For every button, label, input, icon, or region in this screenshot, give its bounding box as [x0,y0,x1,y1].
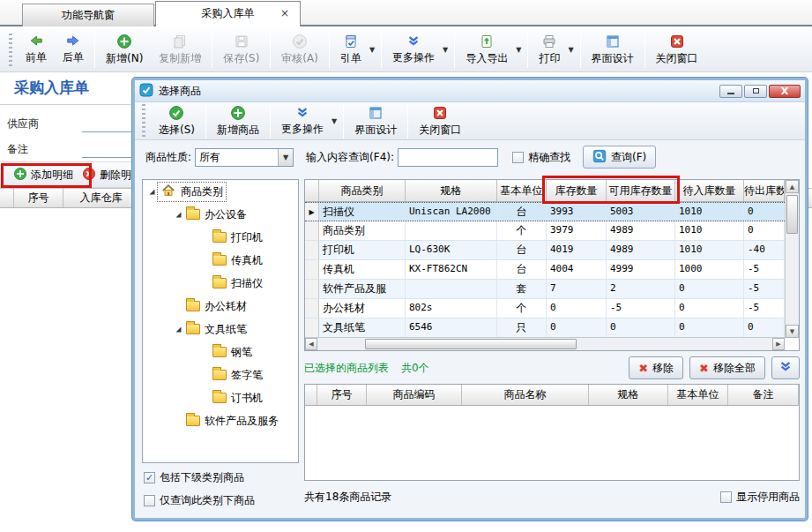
toolbar-button-选择(S)[interactable]: 选择(S) [151,101,203,140]
chevron-down-icon[interactable]: ▼ [278,149,293,166]
tab-purchase-inbound[interactable]: 采购入库单 × [155,1,301,26]
tree-spacer [199,370,210,380]
tree-item-label: 文具纸笔 [205,322,247,337]
supplier-input[interactable] [82,131,132,132]
tree-item-办公耗材[interactable]: 办公耗材 [143,295,298,318]
only-this-checkbox[interactable] [144,495,155,506]
tree-expander-icon[interactable] [173,324,183,334]
dropdown-arrow-icon[interactable]: ▼ [568,46,573,54]
exact-match-option[interactable]: 精确查找 [512,150,570,165]
search-input[interactable] [398,148,498,167]
product-col-待入库数量[interactable]: 待入库数量 [675,180,744,201]
selected-col-基本单位[interactable]: 基本单位 [668,385,728,405]
dialog-titlebar[interactable]: 选择商品 X [135,80,805,102]
selected-col-商品名称[interactable]: 商品名称 [462,385,589,405]
product-row-软件产品及服[interactable]: 软件产品及服套720-5 [305,280,799,299]
minimize-button[interactable] [719,85,742,98]
scroll-down-icon[interactable]: ▼ [786,325,799,338]
tree-item-传真机[interactable]: 传真机 [143,249,298,272]
product-col-商品类别[interactable]: 商品类别 [319,180,406,201]
tree-expander-icon[interactable] [173,209,183,220]
toolbar-button-打印[interactable]: 打印 [531,31,568,70]
show-disabled-option[interactable]: 显示停用商品 [720,490,800,505]
toolbar-button-关闭窗口[interactable]: 关闭窗口 [648,31,706,70]
show-disabled-checkbox[interactable] [720,491,732,503]
toolbar-button-引单[interactable]: 引单 [332,31,369,70]
product-col-基本单位[interactable]: 基本单位 [497,180,547,201]
floppy-icon [234,34,250,49]
toolbar-button-新增商品[interactable]: 新增商品 [209,101,267,140]
vertical-scroll-thumb[interactable] [786,195,798,234]
product-row-打印机[interactable]: 打印机LQ-630K台401949891010-40 [305,241,799,260]
selected-col-备注[interactable]: 备注 [728,385,799,405]
tree-item-商品类别[interactable]: 商品类别 [143,180,298,203]
row-indicator [305,318,319,337]
toolbar-button-前单[interactable]: 前单 [18,31,55,70]
tree-expander-icon[interactable] [146,186,157,197]
remove-all-button[interactable]: ✖ 移除全部 [689,356,765,379]
product-col-库存数量[interactable]: 库存数量 [547,180,607,201]
product-row-文具纸笔[interactable]: 文具纸笔6546只0000 [305,318,799,338]
scroll-up-icon[interactable]: ▲ [786,180,799,193]
tree-item-办公设备[interactable]: 办公设备 [143,203,298,226]
restore-button[interactable] [744,85,767,98]
col-seq[interactable]: 序号 [14,189,63,207]
include-sub-checkbox[interactable]: ✓ [144,472,155,483]
tab-strip: 功能导航窗 采购入库单 × [0,0,812,26]
horizontal-scroll-thumb[interactable] [365,339,577,349]
note-input[interactable] [82,157,132,158]
move-down-button[interactable] [771,356,800,379]
add-detail-button[interactable]: 添加明细 [9,164,78,186]
toolbar-button-后单[interactable]: 后单 [55,31,92,70]
toolbar-button-界面设计[interactable]: 界面设计 [346,101,405,140]
include-sub-option[interactable]: ✓ 包括下级类别商品 [144,470,244,485]
nature-select[interactable]: 所有 ▼ [195,148,294,167]
product-row-商品类别[interactable]: 商品类别个3979498910100 [305,221,799,241]
toolbar-separator [212,33,212,68]
toolbar-button-界面设计[interactable]: 界面设计 [584,31,642,70]
product-col-待出库数[interactable]: 待出库数 [744,180,785,201]
product-row-扫描仪[interactable]: ▶扫描仪Uniscan LA2000台3993500310100 [305,202,799,221]
col-warehouse[interactable]: 入库仓库 [63,189,139,207]
dropdown-arrow-icon[interactable]: ▼ [332,117,337,125]
tree-item-软件产品及服务[interactable]: 软件产品及服务 [143,409,298,432]
tree-item-钢笔[interactable]: 钢笔 [143,341,298,363]
close-button[interactable]: X [769,85,801,98]
scroll-right-icon[interactable]: ▶ [772,338,785,350]
toolbar-button-更多操作[interactable]: 更多操作 [384,31,443,70]
dropdown-arrow-icon[interactable]: ▼ [443,46,448,54]
only-this-option[interactable]: 仅查询此类别下商品 [144,493,255,508]
toolbar-button-关闭窗口[interactable]: 关闭窗口 [411,101,469,140]
selected-col-序号[interactable]: 序号 [317,385,367,405]
query-button[interactable]: 查询(F) [583,146,656,169]
tree-item-文具纸笔[interactable]: 文具纸笔 [143,318,298,341]
cell: 0 [744,203,785,221]
tree-item-扫描仪[interactable]: 扫描仪 [143,272,298,295]
product-row-传真机[interactable]: 传真机KX-FT862CN台400449991000-5 [305,260,799,280]
tree-item-打印机[interactable]: 打印机 [143,226,298,249]
vertical-scrollbar[interactable]: ▲ ▼ [785,180,799,338]
tree-item-签字笔[interactable]: 签字笔 [143,363,298,386]
tab-function-nav[interactable]: 功能导航窗 [22,4,154,26]
cell: 4999 [607,260,675,279]
selected-col-规格[interactable]: 规格 [589,385,668,405]
dropdown-arrow-icon[interactable]: ▼ [516,46,521,54]
product-col-可用库存数量[interactable]: 可用库存数量 [607,180,675,201]
page-title: 采购入库单 [14,78,89,98]
selected-list-label: 已选择的商品列表 [304,361,389,376]
tree-item-订书机[interactable]: 订书机 [143,386,298,409]
tab-close-icon[interactable]: × [279,8,291,20]
toolbar-button-更多操作[interactable]: 更多操作 [273,101,332,140]
scroll-left-icon[interactable]: ◀ [305,338,317,350]
horizontal-scrollbar[interactable]: ◀ ▶ [305,337,785,350]
selected-col-商品编码[interactable]: 商品编码 [367,385,462,405]
toolbar-button-新增(N)[interactable]: 新增(N) [98,31,151,70]
product-col-规格[interactable]: 规格 [406,180,497,201]
remove-button[interactable]: ✖ 移除 [629,356,683,379]
toolbar-button-导入导出[interactable]: 导入导出 [458,31,516,70]
dropdown-arrow-icon[interactable]: ▼ [369,46,375,54]
exact-match-checkbox[interactable] [512,152,524,163]
toolbar-button-label: 前单 [26,50,47,65]
product-row-办公耗材[interactable]: 办公耗材802s个0-50-5 [305,299,799,318]
tree-item-label: 订书机 [231,391,263,406]
